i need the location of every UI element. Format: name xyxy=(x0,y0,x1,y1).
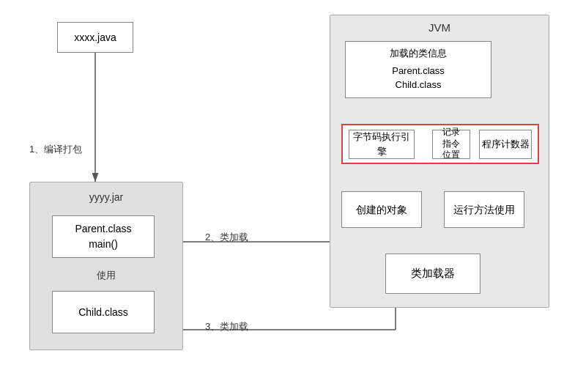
created-objects-box: 创建的对象 xyxy=(341,191,422,228)
jvm-title: JVM xyxy=(428,21,450,34)
child-class-box: Child.class xyxy=(52,291,155,333)
created-objects-label: 创建的对象 xyxy=(356,202,407,218)
bytecode-engine-box: 字节码执行引擎 xyxy=(349,130,415,159)
diagram: xxxx.java 1、编译打包 yyyy.jar Parent.class m… xyxy=(0,0,564,392)
program-counter-label: 程序计数器 xyxy=(482,137,530,152)
step3-label: 3、类加载 xyxy=(205,320,248,333)
record-instruction-label: 记录 指令 位置 xyxy=(442,127,460,161)
yyyy-jar-label: yyyy.jar xyxy=(89,191,123,203)
xxxx-java-label: xxxx.java xyxy=(74,30,116,45)
record-instruction-box: 记录 指令 位置 xyxy=(432,130,470,159)
bytecode-engine-label: 字节码执行引擎 xyxy=(349,130,414,158)
step2-label: 2、类加载 xyxy=(205,231,248,244)
class-loader-box: 类加载器 xyxy=(385,254,480,294)
step1-label: 1、编译打包 xyxy=(29,143,82,156)
run-method-box: 运行方法使用 xyxy=(444,191,524,228)
child-class-label: Child.class xyxy=(78,305,128,320)
loaded-classes-content: Parent.class Child.class xyxy=(392,64,445,92)
loaded-classes-title: 加载的类信息 xyxy=(390,46,447,61)
jvm-container: JVM 加载的类信息 Parent.class Child.class 字节码执… xyxy=(330,15,549,308)
program-counter-box: 程序计数器 xyxy=(479,130,532,159)
loaded-classes-box: 加载的类信息 Parent.class Child.class xyxy=(345,41,491,98)
xxxx-java-box: xxxx.java xyxy=(57,22,133,53)
parent-class-label: Parent.class main() xyxy=(75,221,131,252)
class-loader-label: 类加载器 xyxy=(411,265,455,282)
execution-group-box: 字节码执行引擎 记录 指令 位置 程序计数器 xyxy=(341,124,539,164)
run-method-label: 运行方法使用 xyxy=(453,202,515,218)
parent-class-box: Parent.class main() xyxy=(52,215,155,258)
use-label: 使用 xyxy=(97,269,116,282)
jar-container: yyyy.jar Parent.class main() 使用 Child.cl… xyxy=(29,182,183,350)
